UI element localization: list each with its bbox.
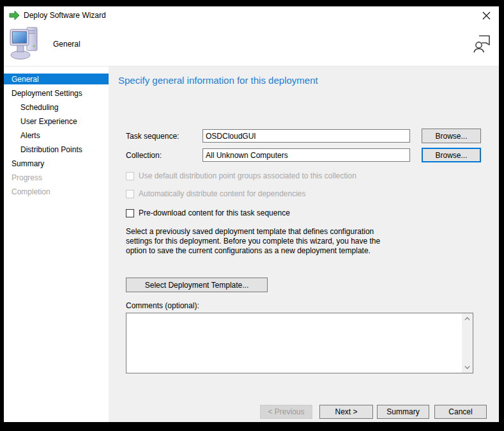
wizard-body: General Deployment Settings Scheduling U…: [4, 67, 499, 422]
task-sequence-input[interactable]: [202, 129, 410, 143]
comments-label: Comments (optional):: [126, 301, 199, 310]
current-page-title: General: [53, 40, 80, 49]
sidebar-item-deployment-settings[interactable]: Deployment Settings: [4, 86, 109, 100]
predownload-checkbox-row[interactable]: Pre-download content for this task seque…: [126, 209, 290, 217]
sidebar-item-distribution-points[interactable]: Distribution Points: [4, 143, 109, 157]
window-frame: Deploy Software Wizard: [0, 0, 504, 431]
auto-distribute-label: Automatically distribute content for dep…: [139, 190, 306, 198]
use-default-dp-groups-label: Use default distribution point groups as…: [139, 172, 356, 180]
auto-distribute-checkbox: [126, 190, 134, 198]
deploy-software-wizard-window: Deploy Software Wizard: [4, 6, 499, 422]
window-title: Deploy Software Wizard: [24, 11, 106, 20]
sidebar-item-general[interactable]: General: [4, 72, 109, 86]
cancel-button[interactable]: Cancel: [434, 405, 487, 419]
select-deployment-template-button[interactable]: Select Deployment Template...: [126, 278, 268, 292]
auto-distribute-checkbox-row: Automatically distribute content for dep…: [126, 190, 306, 198]
use-default-dp-groups-checkbox-row: Use default distribution point groups as…: [126, 172, 356, 180]
wizard-steps-sidebar: General Deployment Settings Scheduling U…: [4, 67, 109, 422]
comments-scrollbar[interactable]: [462, 313, 473, 373]
comments-textarea[interactable]: [126, 313, 462, 373]
previous-button: < Previous: [260, 405, 312, 419]
comments-field-container: [126, 313, 473, 373]
scroll-down-icon[interactable]: [462, 362, 473, 373]
task-sequence-browse-button[interactable]: Browse...: [422, 129, 481, 143]
close-icon[interactable]: [481, 10, 491, 20]
person-feedback-icon[interactable]: [473, 35, 491, 56]
titlebar: Deploy Software Wizard: [4, 6, 499, 24]
sidebar-item-user-experience[interactable]: User Experience: [4, 114, 109, 129]
deployment-template-note: Select a previously saved deployment tem…: [126, 227, 380, 256]
predownload-label: Pre-download content for this task seque…: [139, 209, 290, 217]
predownload-checkbox[interactable]: [126, 209, 134, 217]
use-default-dp-groups-checkbox: [126, 172, 134, 180]
summary-button[interactable]: Summary: [377, 405, 429, 419]
wizard-green-arrow-icon: [9, 10, 20, 20]
next-button[interactable]: Next >: [319, 405, 373, 419]
computer-icon: [9, 26, 40, 63]
sidebar-item-scheduling[interactable]: Scheduling: [4, 100, 109, 114]
collection-label: Collection:: [126, 151, 162, 160]
scroll-up-icon[interactable]: [462, 313, 473, 324]
sidebar-item-alerts[interactable]: Alerts: [4, 129, 109, 143]
general-page-panel: Specify general information for this dep…: [109, 67, 499, 422]
wizard-header: General: [4, 24, 499, 67]
sidebar-item-summary[interactable]: Summary: [4, 157, 109, 171]
collection-input[interactable]: [202, 148, 410, 162]
sidebar-item-progress: Progress: [4, 171, 109, 185]
page-heading: Specify general information for this dep…: [118, 75, 318, 86]
task-sequence-label: Task sequence:: [126, 132, 179, 141]
collection-browse-button[interactable]: Browse...: [422, 148, 481, 162]
sidebar-item-completion: Completion: [4, 185, 109, 199]
